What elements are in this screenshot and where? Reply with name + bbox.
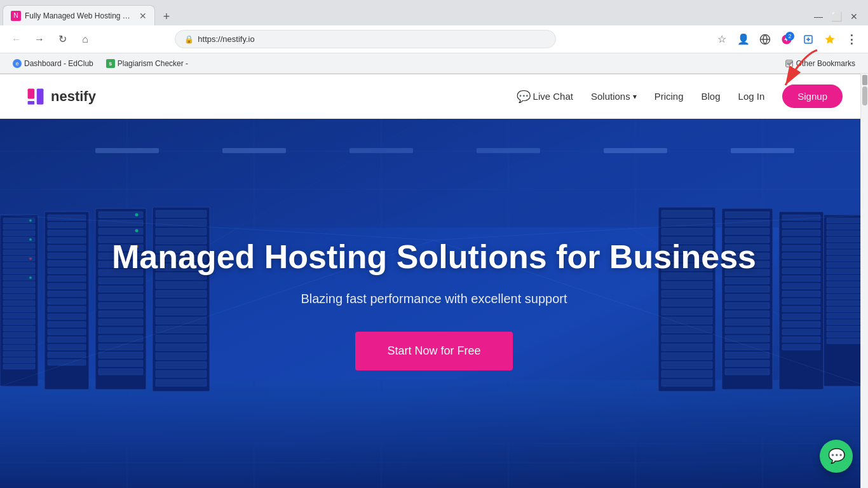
url-display: https://nestify.io <box>198 34 254 44</box>
reload-button[interactable]: ↻ <box>53 30 71 48</box>
extension-icon-4[interactable] <box>821 30 839 48</box>
bookmark-edclub[interactable]: e Dashboard - EdClub <box>8 57 98 70</box>
bookmark-favicon-plagiarism: s <box>106 59 115 68</box>
home-button[interactable]: ⌂ <box>76 30 94 48</box>
extension-icon-2[interactable]: 2 <box>778 30 796 48</box>
extension-icon-3[interactable] <box>799 30 817 48</box>
extension-badge: 2 <box>785 32 794 41</box>
nav-solutions[interactable]: Solutions ▾ <box>591 91 637 102</box>
ssl-lock-icon: 🔒 <box>184 35 194 44</box>
hero-title: Managed Hosting Solutions for Business <box>112 237 756 276</box>
maximize-button[interactable]: ⬜ <box>827 8 845 25</box>
other-bookmarks-button[interactable]: Other Bookmarks <box>780 57 860 70</box>
active-tab[interactable]: N Fully Managed Web Hosting USA ✕ <box>3 5 155 25</box>
nav-login-link[interactable]: Log In <box>738 91 765 102</box>
svg-rect-7 <box>37 88 44 104</box>
live-chat-widget[interactable]: 💬 <box>820 440 853 473</box>
hero-cta-button[interactable]: Start Now for Free <box>355 332 512 370</box>
hero-section: Managed Hosting Solutions for Business B… <box>0 119 868 488</box>
site-navbar: nestify 💬 Live Chat Solutions ▾ Pricing … <box>0 74 868 119</box>
address-bar-input[interactable]: 🔒 https://nestify.io <box>175 30 556 48</box>
minimize-button[interactable]: — <box>810 8 827 25</box>
more-menu-button[interactable]: ⋮ <box>843 30 860 48</box>
close-button[interactable]: ✕ <box>845 8 863 25</box>
nav-live-chat[interactable]: 💬 Live Chat <box>517 90 573 104</box>
back-button[interactable]: ← <box>8 30 25 48</box>
bookmark-plagiarism-label: Plagiarism Checker - <box>118 59 188 68</box>
logo-icon <box>25 86 46 107</box>
dropdown-icon: ▾ <box>633 92 637 101</box>
tab-close-button[interactable]: ✕ <box>139 11 147 21</box>
scrollbar-up-arrow[interactable] <box>862 75 867 85</box>
website-content: nestify 💬 Live Chat Solutions ▾ Pricing … <box>0 74 868 488</box>
other-bookmarks-label: Other Bookmarks <box>796 59 855 68</box>
bookmark-star-icon[interactable]: ☆ <box>713 30 731 48</box>
new-tab-button[interactable]: + <box>158 8 175 25</box>
tab-title: Fully Managed Web Hosting USA <box>25 11 135 20</box>
scrollbar[interactable] <box>860 74 868 488</box>
svg-rect-4 <box>786 64 790 65</box>
bookmark-plagiarism[interactable]: s Plagiarism Checker - <box>101 57 193 70</box>
chat-widget-icon: 💬 <box>828 448 845 464</box>
bookmark-edclub-label: Dashboard - EdClub <box>24 59 93 68</box>
svg-rect-2 <box>786 61 792 62</box>
tab-favicon: N <box>11 11 21 21</box>
svg-rect-8 <box>28 101 35 104</box>
nav-pricing[interactable]: Pricing <box>654 91 684 102</box>
logo-text: nestify <box>51 88 96 105</box>
chat-icon: 💬 <box>517 90 531 104</box>
svg-rect-6 <box>28 88 35 98</box>
site-logo[interactable]: nestify <box>25 86 96 107</box>
scrollbar-thumb[interactable] <box>862 86 867 105</box>
account-icon[interactable]: 👤 <box>735 30 752 48</box>
forward-button[interactable]: → <box>31 30 48 48</box>
nav-blog[interactable]: Blog <box>702 91 721 102</box>
svg-rect-3 <box>786 62 791 63</box>
nav-signup-button[interactable]: Signup <box>782 85 843 108</box>
hero-subtitle: Blazing fast performance with excellent … <box>112 292 756 306</box>
extension-icon-1[interactable] <box>756 30 774 48</box>
bookmark-favicon-edclub: e <box>13 59 22 68</box>
hero-content: Managed Hosting Solutions for Business B… <box>99 237 769 370</box>
nav-links: 💬 Live Chat Solutions ▾ Pricing Blog Log… <box>517 85 843 108</box>
